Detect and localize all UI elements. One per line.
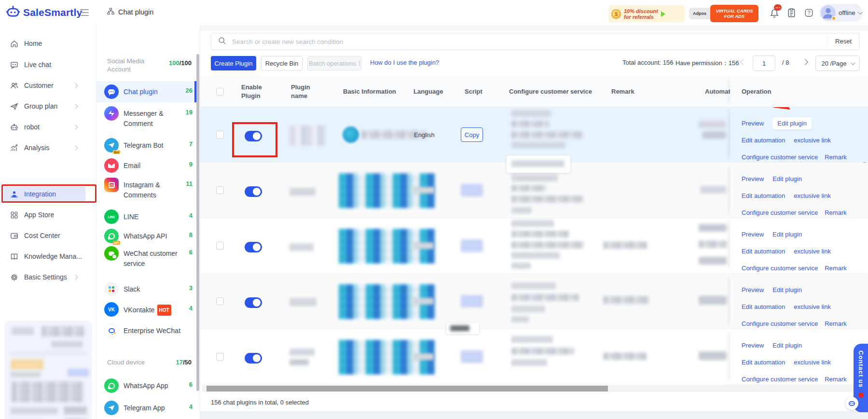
op-exclusive-link[interactable]: exclusive link [794, 303, 831, 310]
op-remark-link[interactable]: Remark [825, 320, 847, 327]
sidebar-item-label: Analysis [24, 144, 49, 152]
sidebar-item-customer[interactable]: Customer [0, 77, 96, 94]
row-checkbox[interactable] [216, 186, 224, 194]
clipboard-icon[interactable] [786, 8, 797, 18]
blurred-cs-text [511, 110, 551, 117]
op-configure-cs-link[interactable]: Configure customer service [742, 154, 818, 161]
channel-count: 3 [189, 284, 193, 292]
prev-page-icon[interactable] [740, 59, 746, 65]
op-remark-link[interactable]: Remark [825, 154, 847, 161]
page-number-input[interactable] [753, 56, 775, 71]
op-configure-cs-link[interactable]: Configure customer service [742, 320, 818, 327]
op-preview-link[interactable]: Preview [742, 120, 764, 127]
blurred-automation [699, 240, 727, 248]
op-configure-cs-link[interactable]: Configure customer service [742, 376, 818, 383]
row-checkbox[interactable] [216, 297, 224, 305]
sidebar-item-knowledge[interactable]: Knowledge Mana... [0, 248, 96, 265]
channel-item-slack[interactable]: Slack 3 [96, 280, 200, 299]
op-preview-link[interactable]: Preview [742, 231, 764, 238]
create-plugin-button[interactable]: Create Plugin [211, 56, 256, 70]
op-edit-plugin-link[interactable]: Edit plugin [772, 231, 802, 238]
channel-item-messenger[interactable]: Messenger & Comment 19 [96, 104, 200, 134]
blurred-cs-text [511, 316, 529, 322]
sidebar-item-app-store[interactable]: App Store [0, 206, 96, 223]
contact-chat-icon[interactable] [845, 397, 858, 410]
table-row: Preview Edit plugin Edit automation excl… [200, 329, 868, 385]
help-icon[interactable]: ? [804, 8, 814, 18]
sidebar-item-robot[interactable]: robot [0, 118, 96, 136]
profile-menu[interactable]: offline [819, 4, 863, 22]
sidebar-item-group-plan[interactable]: Group plan [0, 98, 96, 115]
blurred-plugin-name [289, 243, 314, 251]
row-checkbox[interactable] [216, 131, 224, 139]
sidebar-item-cost-center[interactable]: Cost Center [0, 227, 96, 244]
op-configure-cs-link[interactable]: Configure customer service [742, 265, 818, 272]
channel-item-email[interactable]: Email 9 [96, 156, 200, 176]
op-edit-automation-link[interactable]: Edit automation [742, 359, 785, 366]
op-edit-plugin-link[interactable]: Edit plugin [772, 342, 802, 349]
virtual-cards-banner[interactable]: VIRTUAL CARDS FOR ADS [710, 5, 758, 22]
reset-button[interactable]: Reset [827, 37, 859, 46]
horizontal-scrollbar-thumb[interactable] [207, 386, 608, 391]
enable-toggle[interactable] [245, 242, 262, 252]
channels-scrollbar[interactable] [196, 54, 199, 391]
menu-toggle-icon[interactable] [80, 9, 89, 16]
sidebar-item-analysis[interactable]: Analysis [0, 139, 96, 156]
adspower-tag[interactable]: Adpos [689, 8, 710, 19]
batch-operations-button[interactable]: Batch operations [307, 56, 361, 70]
op-exclusive-link[interactable]: exclusive link [794, 137, 831, 144]
op-preview-link[interactable]: Preview [742, 175, 764, 182]
op-edit-plugin-link[interactable]: Edit plugin [772, 175, 802, 182]
row-checkbox[interactable] [216, 242, 224, 250]
channel-item-whatsapp-app[interactable]: WhatsApp App 6 [96, 377, 200, 396]
brand-logo[interactable]: SaleSmartly [6, 5, 82, 20]
notification-bell-icon[interactable] [769, 8, 780, 18]
select-all-checkbox[interactable] [216, 88, 224, 96]
blurred-cs-text [511, 185, 546, 192]
channel-item-telegram-bot[interactable]: Bot Telegram Bot 7 [96, 136, 200, 155]
op-edit-plugin-link[interactable]: Edit plugin [772, 286, 802, 293]
search-input[interactable] [232, 38, 827, 45]
op-exclusive-link[interactable]: exclusive link [794, 359, 831, 366]
op-edit-automation-link[interactable]: Edit automation [742, 137, 785, 144]
channel-item-telegram-app[interactable]: Telegram App 4 [96, 399, 200, 418]
op-remark-link[interactable]: Remark [825, 376, 847, 383]
recycle-bin-button[interactable]: Recycle Bin [261, 56, 303, 70]
enable-toggle[interactable] [245, 297, 262, 308]
chevron-right-icon [73, 125, 78, 129]
op-exclusive-link[interactable]: exclusive link [794, 192, 831, 199]
channel-item-wechat-cs[interactable]: WeChat customer service 6 [96, 242, 200, 282]
op-edit-automation-link[interactable]: Edit automation [742, 248, 785, 255]
channel-item-instagram[interactable]: Instagram & Comments 11 [96, 176, 200, 206]
robot-logo-icon [6, 5, 20, 20]
op-edit-plugin-link[interactable]: Edit plugin [772, 117, 812, 129]
col-plugin-name: Plugin name [291, 83, 320, 100]
group-limit: /50 [183, 359, 192, 366]
send-icon [10, 102, 18, 111]
next-page-icon[interactable] [802, 59, 808, 65]
blurred-plugin-name [289, 298, 317, 306]
channel-item-vkontakte[interactable]: VKontakteHOT 4 [96, 300, 200, 320]
op-remark-link[interactable]: Remark [825, 265, 847, 272]
table-header: Enable Plugin Plugin name Basic Informat… [200, 76, 868, 107]
discount-banner[interactable]: $ 10% discount for referrals [608, 5, 685, 22]
op-edit-automation-link[interactable]: Edit automation [742, 303, 785, 310]
enable-toggle[interactable] [245, 186, 262, 197]
enable-toggle[interactable] [245, 353, 262, 363]
op-configure-cs-link[interactable]: Configure customer service [742, 209, 818, 216]
channel-item-line[interactable]: LINE 4 [96, 208, 200, 227]
sidebar-item-basic-settings[interactable]: Basic Settings [0, 268, 96, 286]
op-remark-link[interactable]: Remark [825, 209, 847, 216]
plugin-help-link[interactable]: How do I use the plugin? [370, 59, 439, 66]
channel-item-enterprise-wechat[interactable]: Enterprise WeChat [96, 321, 200, 343]
op-preview-link[interactable]: Preview [742, 342, 764, 349]
op-edit-automation-link[interactable]: Edit automation [742, 192, 785, 199]
copy-script-button[interactable]: Copy [461, 127, 483, 142]
op-preview-link[interactable]: Preview [742, 286, 764, 293]
channel-item-chat-plugin[interactable]: Chat plugin 26 [96, 81, 200, 102]
sidebar-item-home[interactable]: Home [0, 35, 96, 52]
row-checkbox[interactable] [216, 353, 224, 361]
page-size-select[interactable]: 20 /Page [815, 56, 860, 71]
sidebar-item-live-chat[interactable]: Live chat [0, 56, 96, 73]
op-exclusive-link[interactable]: exclusive link [794, 248, 831, 255]
